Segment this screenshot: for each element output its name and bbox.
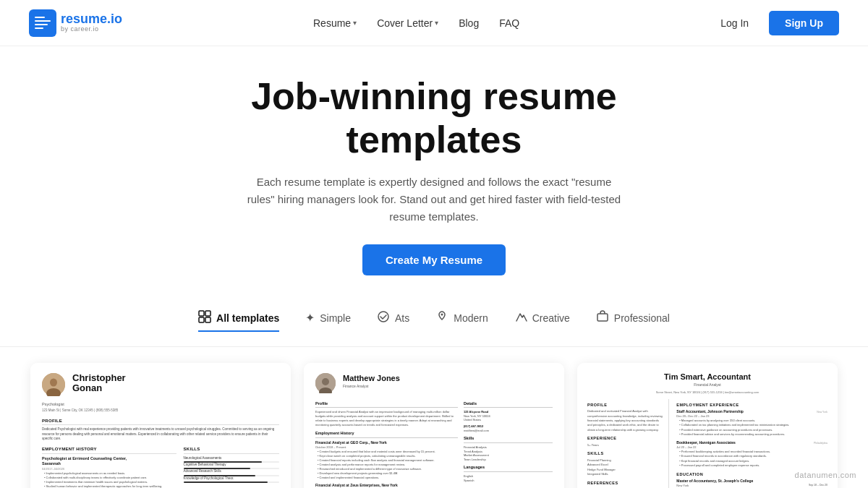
svg-point-16: [322, 378, 329, 385]
svg-point-13: [50, 378, 57, 386]
hero-description: Each resume template is expertly designe…: [246, 174, 622, 226]
professional-icon: [596, 310, 609, 326]
svg-rect-11: [597, 314, 608, 321]
nav-links: Resume ▾ Cover Letter ▾ Blog FAQ: [313, 17, 519, 29]
svg-rect-5: [199, 311, 204, 316]
nav-actions: Log In Sign Up: [710, 11, 839, 35]
tab-creative-label: Creative: [532, 312, 570, 324]
nav-cover-letter[interactable]: Cover Letter ▾: [377, 17, 438, 29]
svg-rect-8: [205, 317, 210, 322]
svg-point-9: [378, 312, 388, 322]
nav-resume[interactable]: Resume ▾: [313, 17, 357, 29]
card2-name: Matthew Jones: [343, 373, 400, 384]
logo: resume.io by career.io: [29, 9, 122, 37]
tab-modern[interactable]: Modern: [435, 310, 488, 332]
chevron-down-icon: ▾: [435, 19, 438, 27]
svg-rect-7: [199, 317, 204, 322]
login-button[interactable]: Log In: [710, 12, 759, 35]
svg-rect-0: [29, 9, 56, 37]
ats-icon: [377, 310, 390, 326]
card2-photo: [315, 373, 336, 393]
resume-card-3: Tim Smart, Accountant Financial Analyst …: [577, 363, 838, 488]
resume-cards: ChristopherGonan Psychologist 123 Main S…: [0, 347, 868, 488]
resume-card-2: Matthew Jones Finance Analyst Profile Ex…: [304, 363, 564, 488]
tab-simple[interactable]: ✦ Simple: [305, 310, 351, 332]
svg-point-10: [441, 313, 443, 315]
modern-icon: [435, 310, 448, 326]
logo-icon: [29, 9, 56, 37]
all-templates-icon: [198, 310, 211, 326]
tab-all-templates[interactable]: All templates: [198, 310, 279, 332]
chevron-down-icon: ▾: [353, 19, 357, 27]
svg-rect-1: [35, 17, 45, 18]
tab-ats-label: Ats: [395, 312, 409, 324]
card3-name: Tim Smart, Accountant: [587, 372, 827, 382]
logo-sub-text: by career.io: [61, 26, 122, 33]
watermark: datanumen.com: [795, 471, 856, 479]
svg-rect-3: [35, 24, 48, 25]
card1-photo: [42, 373, 65, 396]
tab-creative[interactable]: Creative: [514, 310, 570, 332]
svg-rect-4: [35, 27, 43, 29]
svg-rect-6: [205, 311, 210, 316]
card2-preview[interactable]: Matthew Jones Finance Analyst Profile Ex…: [304, 363, 564, 488]
hero-title: Job-winning resume templates: [14, 75, 854, 162]
hero-section: Job-winning resume templates Each resume…: [0, 46, 868, 290]
nav-blog[interactable]: Blog: [459, 17, 479, 29]
template-tabs: All templates ✦ Simple Ats Modern Creati…: [0, 290, 868, 347]
tab-professional-label: Professional: [614, 312, 670, 324]
signup-button[interactable]: Sign Up: [769, 11, 839, 35]
card1-name: ChristopherGonan: [72, 373, 126, 394]
card1-preview[interactable]: ChristopherGonan Psychologist 123 Main S…: [30, 363, 291, 488]
tab-modern-label: Modern: [454, 312, 488, 324]
creative-icon: [514, 310, 527, 326]
cta-button[interactable]: Create My Resume: [362, 244, 506, 275]
svg-rect-2: [35, 20, 51, 22]
nav-faq[interactable]: FAQ: [499, 17, 519, 29]
tab-professional[interactable]: Professional: [596, 310, 670, 332]
tab-simple-label: Simple: [320, 312, 351, 324]
resume-card-1: ChristopherGonan Psychologist 123 Main S…: [30, 363, 291, 488]
simple-icon: ✦: [305, 311, 315, 325]
card3-preview[interactable]: Tim Smart, Accountant Financial Analyst …: [577, 363, 838, 488]
logo-main-text: resume.io: [61, 12, 122, 27]
tab-ats[interactable]: Ats: [377, 310, 409, 332]
tab-all-label: All templates: [216, 312, 279, 324]
